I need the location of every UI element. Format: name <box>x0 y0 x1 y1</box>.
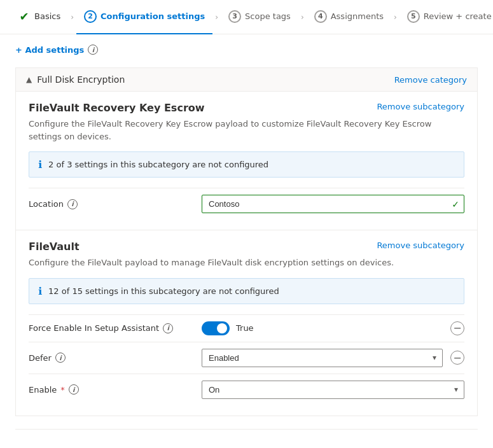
enable-select[interactable]: On Off <box>202 381 464 399</box>
subcategory-recovery-header: FileVault Recovery Key Escrow Remove sub… <box>29 102 464 114</box>
location-label: Location i <box>29 199 194 209</box>
nav-step-basics[interactable]: ✔ Basics <box>10 0 68 34</box>
remove-subcategory-filevault-link[interactable]: Remove subcategory <box>377 241 464 250</box>
category-header: ▲ Full Disk Encryption Remove category <box>16 68 477 92</box>
force-enable-minus-btn[interactable]: − <box>450 321 464 335</box>
add-settings-info-icon[interactable]: i <box>88 45 98 55</box>
assignments-label: Assignments <box>331 11 384 21</box>
enable-label: Enable * i <box>29 384 194 395</box>
defer-label-text: Defer <box>29 353 52 363</box>
location-check-icon: ✓ <box>452 199 459 209</box>
filevault-info-banner: ℹ 12 of 15 settings in this subcategory … <box>29 278 464 304</box>
subcategory-recovery-desc: Configure the FileVault Recovery Key Esc… <box>29 118 464 143</box>
category-chevron-icon[interactable]: ▲ <box>26 75 32 84</box>
subcategory-filevault-title: FileVault <box>29 241 80 253</box>
remove-category-link[interactable]: Remove category <box>394 75 467 85</box>
force-enable-toggle-row: True <box>202 321 443 335</box>
add-settings-row: + Add settings i <box>15 45 478 55</box>
location-input[interactable] <box>202 195 464 213</box>
enable-info-icon[interactable]: i <box>69 384 79 395</box>
subcategory-filevault-recovery: FileVault Recovery Key Escrow Remove sub… <box>16 92 477 230</box>
configuration-label: Configuration settings <box>101 11 205 21</box>
filevault-info-icon: ℹ <box>38 285 42 297</box>
defer-minus-btn[interactable]: − <box>450 351 464 365</box>
force-enable-info-icon[interactable]: i <box>163 323 173 333</box>
nav-divider-1: › <box>71 13 74 22</box>
step-2-circle: 2 <box>84 10 97 23</box>
defer-select[interactable]: Enabled Disabled <box>202 349 443 367</box>
recovery-info-banner: ℹ 2 of 3 settings in this subcategory ar… <box>29 151 464 178</box>
location-label-text: Location <box>29 199 64 209</box>
force-enable-value: True <box>236 323 254 333</box>
toggle-knob <box>217 323 227 333</box>
add-settings-link[interactable]: + Add settings <box>15 45 84 55</box>
top-nav: ✔ Basics › 2 Configuration settings › 3 … <box>0 0 493 34</box>
location-info-icon[interactable]: i <box>67 199 78 209</box>
enable-required-star: * <box>60 385 65 395</box>
force-enable-control: True <box>202 321 443 335</box>
force-enable-label-text: Force Enable In Setup Assistant <box>29 323 159 333</box>
bottom-divider <box>15 429 478 430</box>
enable-select-wrapper: On Off ▾ <box>202 381 464 399</box>
nav-step-review[interactable]: 5 Review + create <box>399 0 493 34</box>
defer-select-wrapper: Enabled Disabled ▾ <box>202 349 443 367</box>
recovery-info-icon: ℹ <box>38 158 42 171</box>
filevault-info-text: 12 of 15 settings in this subcategory ar… <box>48 286 279 296</box>
recovery-info-text: 2 of 3 settings in this subcategory are … <box>48 160 268 169</box>
defer-info-icon[interactable]: i <box>55 353 66 363</box>
subcategory-filevault-desc: Configure the FileVault payload to manag… <box>29 256 464 269</box>
force-enable-row: Force Enable In Setup Assistant i True − <box>29 314 464 342</box>
review-label: Review + create <box>424 11 492 21</box>
force-enable-toggle[interactable] <box>202 321 230 335</box>
nav-divider-3: › <box>301 13 304 22</box>
enable-label-text: Enable <box>29 385 57 395</box>
defer-row: Defer i Enabled Disabled ▾ − <box>29 342 464 374</box>
subcategory-recovery-title: FileVault Recovery Key Escrow <box>29 102 205 114</box>
step-4-circle: 4 <box>314 10 327 23</box>
basics-label: Basics <box>34 11 60 21</box>
nav-divider-2: › <box>215 13 218 22</box>
nav-step-scope[interactable]: 3 Scope tags <box>221 0 298 34</box>
nav-step-assignments[interactable]: 4 Assignments <box>307 0 391 34</box>
category-title: Full Disk Encryption <box>37 74 125 85</box>
basics-check-icon: ✔ <box>18 10 31 23</box>
nav-divider-4: › <box>394 13 397 22</box>
force-enable-label: Force Enable In Setup Assistant i <box>29 323 194 333</box>
location-setting-row: Location i ✓ <box>29 188 464 220</box>
subcategory-filevault: FileVault Remove subcategory Configure t… <box>16 230 477 416</box>
subcategory-filevault-header: FileVault Remove subcategory <box>29 241 464 253</box>
defer-label: Defer i <box>29 353 194 363</box>
scope-label: Scope tags <box>245 11 291 21</box>
step-5-circle: 5 <box>407 10 420 23</box>
category-section: ▲ Full Disk Encryption Remove category F… <box>15 67 478 416</box>
nav-step-configuration[interactable]: 2 Configuration settings <box>76 0 212 34</box>
enable-row: Enable * i On Off ▾ <box>29 374 464 405</box>
main-content: + Add settings i ▲ Full Disk Encryption … <box>0 34 493 440</box>
category-title-row: ▲ Full Disk Encryption <box>26 74 125 85</box>
remove-subcategory-recovery-link[interactable]: Remove subcategory <box>377 102 464 111</box>
step-3-circle: 3 <box>228 10 241 23</box>
location-input-wrapper: ✓ <box>202 195 464 213</box>
